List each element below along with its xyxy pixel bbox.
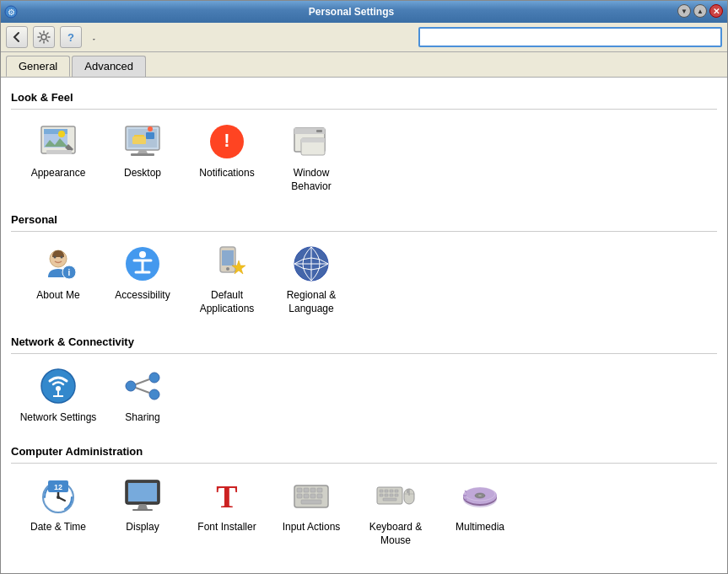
input-actions-icon (291, 475, 332, 516)
divider-personal (11, 231, 717, 232)
svg-point-44 (149, 389, 159, 400)
svg-point-39 (56, 386, 61, 391)
regional-language-item[interactable]: Regional & Language (269, 237, 353, 322)
svg-rect-63 (317, 488, 322, 492)
search-input[interactable] (418, 27, 722, 47)
notifications-label: Notifications (199, 167, 254, 180)
svg-rect-60 (297, 488, 302, 492)
about-me-item[interactable]: i About Me (16, 237, 100, 322)
display-item[interactable]: Display (100, 469, 185, 554)
svg-point-30 (139, 251, 146, 258)
personal-grid: i About Me Accessibility (11, 237, 717, 329)
svg-rect-11 (132, 137, 146, 144)
svg-point-43 (149, 373, 159, 383)
look-feel-grid: Appearance (11, 115, 717, 207)
svg-rect-75 (385, 494, 388, 496)
computer-grid: 12 Date & Time (11, 469, 717, 561)
multimedia-label: Multimedia (456, 521, 504, 534)
svg-text:i: i (68, 268, 71, 277)
notifications-icon: ! (207, 121, 247, 162)
input-actions-label: Input Actions (283, 521, 341, 534)
toolbar: ? (1, 23, 727, 52)
keyboard-mouse-label: Keyboard & Mouse (357, 521, 434, 547)
svg-rect-77 (395, 494, 398, 496)
svg-point-42 (126, 381, 136, 391)
section-computer-title: Computer Administration (11, 445, 717, 458)
section-look-feel-title: Look & Feel (11, 91, 717, 104)
desktop-icon (122, 121, 163, 162)
svg-rect-73 (395, 490, 398, 492)
divider-network (11, 353, 717, 354)
svg-rect-67 (317, 494, 322, 498)
appearance-item[interactable]: Appearance (16, 115, 100, 200)
display-label: Display (126, 521, 159, 534)
main-window: ⚙ Personal Settings ▼ ▲ ✕ ? (0, 0, 728, 574)
desktop-label: Desktop (124, 167, 161, 180)
date-time-icon: 12 (38, 475, 78, 516)
font-installer-item[interactable]: T Font Installer (185, 469, 269, 554)
settings-button[interactable] (33, 26, 55, 48)
svg-rect-68 (301, 500, 321, 504)
svg-point-33 (226, 267, 229, 271)
scroll-up-btn[interactable]: ▲ (693, 4, 707, 18)
svg-rect-20 (316, 130, 322, 132)
network-grid: Network Settings Sharing (11, 359, 717, 438)
sharing-icon (122, 366, 163, 406)
scroll-down-btn[interactable]: ▼ (677, 4, 691, 18)
accessibility-icon (122, 244, 163, 284)
window-behavior-icon (291, 121, 332, 162)
keyboard-mouse-item[interactable]: Keyboard & Mouse (353, 469, 438, 554)
help-button[interactable]: ? (60, 26, 82, 48)
default-applications-label: Default Applications (188, 289, 266, 315)
svg-point-25 (54, 256, 57, 259)
back-button[interactable] (6, 26, 28, 48)
svg-rect-57 (132, 509, 153, 511)
default-applications-icon (207, 244, 247, 284)
svg-rect-82 (407, 490, 409, 493)
default-applications-item[interactable]: Default Applications (185, 237, 269, 322)
desktop-item[interactable]: Desktop (100, 115, 185, 200)
network-settings-item[interactable]: Network Settings (16, 359, 100, 432)
accessibility-item[interactable]: Accessibility (100, 237, 185, 322)
appearance-icon (38, 121, 78, 162)
network-settings-icon (38, 366, 78, 406)
notifications-item[interactable]: ! Notifications (185, 115, 269, 200)
svg-rect-56 (128, 483, 157, 502)
window-title: Personal Settings (21, 6, 682, 18)
multimedia-item[interactable]: Multimedia (438, 469, 522, 554)
svg-rect-78 (383, 498, 396, 501)
svg-text:!: ! (224, 130, 229, 151)
svg-rect-22 (301, 138, 325, 142)
section-network-title: Network & Connectivity (11, 335, 717, 348)
section-personal-title: Personal (11, 213, 717, 226)
svg-text:12: 12 (54, 483, 62, 491)
close-btn[interactable]: ✕ (709, 4, 723, 18)
font-installer-label: Font Installer (197, 521, 256, 534)
svg-point-13 (148, 126, 153, 131)
tab-general[interactable]: General (6, 56, 70, 77)
multimedia-icon (460, 475, 500, 516)
svg-rect-74 (380, 494, 383, 496)
svg-text:⚙: ⚙ (8, 8, 15, 17)
input-actions-item[interactable]: Input Actions (269, 469, 353, 554)
window-behavior-item[interactable]: Window Behavior (269, 115, 353, 200)
svg-line-45 (136, 379, 149, 384)
svg-point-26 (61, 256, 63, 259)
svg-rect-62 (310, 488, 315, 492)
svg-text:T: T (216, 479, 237, 514)
divider-look-feel (11, 109, 717, 110)
svg-rect-64 (297, 494, 302, 498)
svg-point-88 (478, 495, 482, 496)
help-arrow-icon (87, 32, 97, 42)
svg-point-2 (41, 35, 46, 40)
sharing-item[interactable]: Sharing (100, 359, 185, 432)
tab-advanced[interactable]: Advanced (72, 56, 146, 77)
back-icon (11, 31, 23, 43)
date-time-item[interactable]: 12 Date & Time (16, 469, 100, 554)
keyboard-mouse-icon (375, 475, 416, 516)
svg-rect-66 (310, 494, 315, 498)
network-settings-label: Network Settings (20, 411, 97, 425)
appearance-label: Appearance (31, 167, 86, 180)
svg-rect-70 (380, 490, 383, 492)
svg-rect-32 (222, 250, 234, 266)
